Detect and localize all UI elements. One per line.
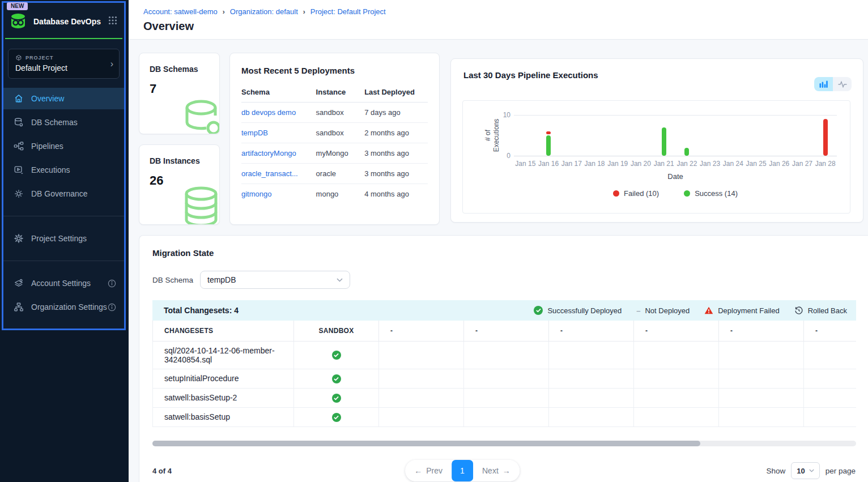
sidebar-item-project-settings[interactable]: Project Settings xyxy=(3,228,124,249)
x-tick-label: Jan 25 xyxy=(744,160,768,168)
x-tick-label: Jan 24 xyxy=(721,160,744,168)
bar-chart-toggle-icon[interactable] xyxy=(814,77,833,91)
y-axis-title: # of Executions xyxy=(484,114,501,156)
sidebar-item-executions[interactable]: Executions xyxy=(3,159,124,181)
last-deployed-cell: 7 days ago xyxy=(364,103,428,123)
topbar: Account: satwell-demo › Organization: de… xyxy=(129,0,868,40)
chart-plot-area: # of Executions Jan 15Jan 16Jan 17Jan 18… xyxy=(462,100,850,214)
x-tick-label: Jan 22 xyxy=(675,160,699,168)
column-header-placeholder: - xyxy=(464,321,549,341)
db-schemas-icon xyxy=(14,117,24,127)
total-changesets-label: Total Changesets: 4 xyxy=(152,306,534,315)
changeset-name-cell: setupInitialProcedure xyxy=(153,369,294,388)
sandbox-status-cell xyxy=(294,341,379,369)
x-tick-label: Jan 17 xyxy=(560,160,583,168)
bar-slot-jan-26 xyxy=(768,115,791,156)
breadcrumb-project-link[interactable]: Project: Default Project xyxy=(310,7,386,16)
bar-slot-jan-27 xyxy=(791,115,814,156)
schema-link[interactable]: tempDB xyxy=(241,129,268,137)
last-deployed-cell: 3 months ago xyxy=(364,143,428,164)
legend-deployment-failed: Deployment Failed xyxy=(704,306,779,315)
recent-deployments-title: Most Recent 5 Deployments xyxy=(241,66,428,75)
db-schema-label: DB Schema xyxy=(152,276,193,284)
breadcrumb-account-link[interactable]: Account: satwell-demo xyxy=(143,7,218,16)
db-schemas-card-title: DB Schemas xyxy=(150,65,209,74)
table-row: satwell:basisSetup xyxy=(153,407,857,426)
database-cylinder-icon xyxy=(182,99,220,134)
db-schemas-card: DB Schemas 7 xyxy=(139,53,220,134)
database-devops-logo-icon xyxy=(8,12,28,31)
new-badge: NEW xyxy=(7,2,28,10)
sidebar-item-pipelines[interactable]: Pipelines xyxy=(3,135,124,157)
column-header-placeholder: - xyxy=(549,321,634,341)
per-page-value: 10 xyxy=(797,467,805,475)
organization-settings-icon xyxy=(14,302,24,312)
bar-slot-jan-28 xyxy=(814,115,837,156)
sidebar-item-account-settings[interactable]: Account Settings xyxy=(3,272,124,294)
breadcrumb-separator-icon: › xyxy=(303,8,305,16)
legend-label: Failed (10) xyxy=(624,189,659,198)
page-1-button[interactable]: 1 xyxy=(452,460,473,481)
show-label: Show xyxy=(766,467,785,475)
sidebar-item-label: Project Settings xyxy=(31,234,87,243)
project-label: PROJECT xyxy=(25,55,54,61)
bar-slot-jan-20 xyxy=(629,115,653,156)
success-check-icon xyxy=(332,394,341,403)
legend-label: Not Deployed xyxy=(645,306,690,315)
arrow-right-icon: → xyxy=(503,466,510,475)
info-icon[interactable] xyxy=(108,279,116,288)
bar-slot-jan-15 xyxy=(514,115,537,156)
sidebar-item-db-governance[interactable]: DB Governance xyxy=(3,183,124,204)
table-row: gitmongo mongo 4 months ago xyxy=(241,184,428,204)
schema-link[interactable]: oracle_transact... xyxy=(241,169,298,178)
next-page-button[interactable]: Next → xyxy=(473,460,520,481)
schema-link[interactable]: db devops demo xyxy=(241,108,296,117)
legend-label: Successfully Deployed xyxy=(547,306,622,315)
bar-slot-jan-24 xyxy=(721,115,744,156)
bar-slot-jan-21 xyxy=(652,115,675,156)
x-tick-label: Jan 26 xyxy=(768,160,791,168)
legend-item-success: Success (14) xyxy=(684,189,738,198)
pager: ← Prev 1 Next → xyxy=(405,460,520,481)
bar-slot-jan-17 xyxy=(560,115,583,156)
table-row: setupInitialProcedure xyxy=(153,369,857,388)
bar-failed-jan-28 xyxy=(823,119,828,156)
account-settings-icon xyxy=(14,278,24,288)
sidebar: NEW Database DevOps xyxy=(0,0,129,482)
sidebar-item-label: DB Governance xyxy=(31,189,88,198)
project-settings-gear-icon xyxy=(14,233,24,244)
line-chart-toggle-icon[interactable] xyxy=(833,77,852,91)
breadcrumb-organization-link[interactable]: Organization: default xyxy=(230,7,298,16)
info-icon[interactable] xyxy=(108,303,116,312)
dash-icon: – xyxy=(636,306,640,315)
sandbox-status-cell xyxy=(294,407,379,426)
sidebar-item-overview[interactable]: Overview xyxy=(3,88,124,109)
project-selector[interactable]: PROJECT Default Project › xyxy=(8,49,120,79)
y-tick-label: 10 xyxy=(476,111,510,119)
db-schema-select[interactable]: tempDB xyxy=(200,271,350,289)
x-tick-label: Jan 19 xyxy=(606,160,629,168)
column-header-placeholder: - xyxy=(719,321,804,341)
brand-name: Database DevOps xyxy=(33,17,108,26)
scrollbar-thumb[interactable] xyxy=(152,441,700,446)
column-header-schema: Schema xyxy=(241,82,316,103)
bar-slot-jan-23 xyxy=(699,115,722,156)
sidebar-item-organization-settings[interactable]: Organization Settings xyxy=(3,296,124,318)
schema-link[interactable]: artifactoryMongo xyxy=(241,149,296,157)
success-dot-icon xyxy=(684,190,690,197)
sidebar-item-db-schemas[interactable]: DB Schemas xyxy=(3,112,124,133)
schema-link[interactable]: gitmongo xyxy=(241,190,271,198)
changeset-name-cell: sql/2024-10-14-12-06-member-34240854.sql xyxy=(153,341,294,369)
sandbox-status-cell xyxy=(294,369,379,388)
apps-grid-icon[interactable] xyxy=(108,16,117,27)
sidebar-item-label: Executions xyxy=(31,165,70,174)
recent-deployments-card: Most Recent 5 Deployments Schema Instanc… xyxy=(229,53,440,225)
chevron-down-icon xyxy=(809,469,814,472)
warning-triangle-icon xyxy=(704,306,713,314)
x-tick-label: Jan 15 xyxy=(514,160,537,168)
per-page-select[interactable]: 10 xyxy=(791,462,819,479)
x-tick-label: Jan 21 xyxy=(652,160,675,168)
prev-page-button[interactable]: ← Prev xyxy=(405,460,452,481)
page-title: Overview xyxy=(143,20,868,33)
bar-success-jan-21 xyxy=(662,127,666,156)
